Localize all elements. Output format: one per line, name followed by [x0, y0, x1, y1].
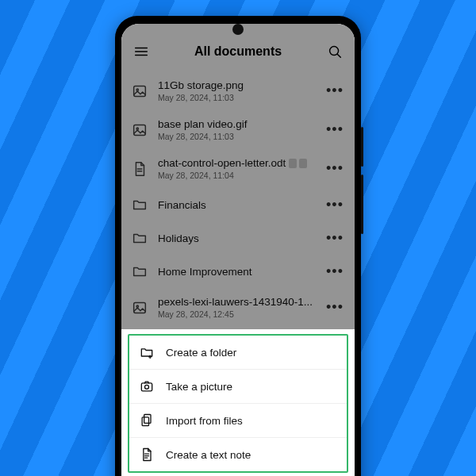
more-icon[interactable]: ••• [324, 230, 345, 247]
list-item[interactable]: Home Improvement ••• [121, 255, 355, 288]
svg-rect-17 [144, 415, 151, 424]
more-icon[interactable]: ••• [324, 197, 345, 213]
item-subtext: May 28, 2024, 12:45 [158, 309, 315, 319]
image-icon [131, 121, 148, 139]
action-camera[interactable]: Take a picture [129, 370, 347, 404]
svg-rect-15 [141, 383, 152, 391]
action-files[interactable]: Import from files [129, 404, 347, 438]
list-item[interactable]: base plan video.gif May 28, 2024, 11:03 … [121, 110, 355, 149]
item-subtext: May 28, 2024, 11:04 [158, 171, 315, 180]
list-item[interactable]: 11Gb storage.png May 28, 2024, 11:03 ••• [121, 71, 355, 110]
item-name: Holidays [158, 232, 315, 244]
more-icon[interactable]: ••• [324, 83, 345, 99]
svg-line-4 [337, 54, 340, 57]
list-item[interactable]: chat-control-open-letter.odt May 28, 202… [121, 149, 355, 188]
action-label: Take a picture [166, 381, 232, 393]
svg-rect-18 [142, 417, 148, 426]
list-item[interactable]: pexels-lexi-lauwers-1431940-1... May 28,… [121, 288, 355, 327]
item-name: pexels-lexi-lauwers-1431940-1... [158, 296, 315, 308]
folder-icon [131, 229, 148, 247]
action-label: Import from files [166, 415, 243, 427]
page-title: All documents [194, 44, 282, 59]
image-icon [131, 299, 148, 317]
folder-plus-icon [139, 344, 155, 360]
menu-icon[interactable] [132, 43, 150, 60]
action-label: Create a folder [166, 347, 236, 359]
camera-notch [232, 24, 244, 35]
item-name: Home Improvement [158, 266, 315, 278]
image-icon [131, 83, 148, 100]
item-name: 11Gb storage.png [158, 79, 315, 91]
action-folder-plus[interactable]: Create a folder [129, 336, 347, 370]
item-subtext: May 28, 2024, 11:03 [158, 93, 315, 102]
document-list: 11Gb storage.png May 28, 2024, 11:03 •••… [121, 67, 355, 332]
item-name: base plan video.gif [158, 118, 315, 130]
item-subtext: May 28, 2024, 11:03 [158, 132, 315, 141]
folder-icon [131, 196, 148, 213]
camera-icon [139, 378, 155, 394]
more-icon[interactable]: ••• [324, 160, 345, 177]
svg-rect-5 [134, 86, 146, 96]
files-icon [139, 413, 155, 428]
screen: All documents 11Gb storage.png May 28, 2… [121, 24, 355, 476]
more-icon[interactable]: ••• [324, 299, 345, 316]
svg-rect-7 [134, 125, 146, 135]
item-name: chat-control-open-letter.odt [158, 157, 315, 169]
more-icon[interactable]: ••• [324, 121, 345, 138]
action-note[interactable]: Create a text note [129, 438, 347, 471]
search-icon[interactable] [326, 43, 344, 60]
folder-icon [131, 263, 148, 280]
action-sheet-highlight: Create a folder Take a picture Import fr… [128, 334, 348, 473]
item-name: Financials [158, 199, 315, 211]
svg-point-12 [136, 305, 138, 306]
list-item[interactable]: Holidays ••• [121, 221, 355, 255]
svg-point-8 [136, 127, 138, 129]
action-sheet: Create a folder Take a picture Import fr… [121, 329, 355, 476]
phone-frame: All documents 11Gb storage.png May 28, 2… [115, 16, 361, 476]
doc-icon [131, 160, 148, 178]
action-label: Create a text note [166, 449, 251, 461]
list-item[interactable]: Financials ••• [121, 188, 355, 221]
more-icon[interactable]: ••• [324, 263, 345, 280]
svg-point-16 [145, 385, 149, 389]
svg-point-6 [136, 88, 138, 90]
note-icon [139, 447, 155, 463]
svg-rect-11 [134, 302, 146, 313]
